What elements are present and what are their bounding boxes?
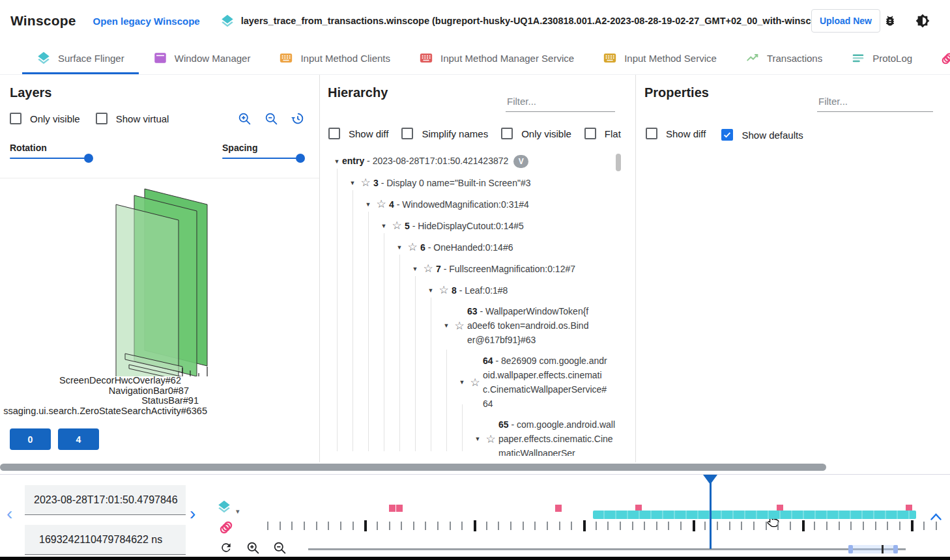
previous-entry-button[interactable]: ‹ <box>7 507 12 520</box>
transition-marker[interactable] <box>389 505 396 512</box>
layer-id-button-0[interactable]: 0 <box>10 428 51 450</box>
tab-tra[interactable]: Tra <box>927 42 950 74</box>
rotation-slider-thumb[interactable] <box>84 154 93 163</box>
timestamp-ns-input[interactable]: 1693242110479784622 ns <box>25 525 186 555</box>
checkbox-show-defaults[interactable] <box>721 129 733 141</box>
transition-marker[interactable] <box>396 505 403 512</box>
collapse-arrow-icon[interactable]: ▼ <box>441 322 452 329</box>
ruler-tick-major <box>802 520 805 531</box>
zoom-in-icon[interactable] <box>237 111 252 126</box>
ruler-tick <box>571 522 572 530</box>
zoom-out-icon[interactable] <box>264 111 278 126</box>
pin-star-icon[interactable]: ☆ <box>358 176 373 189</box>
layers-trace-bar[interactable] <box>593 511 916 519</box>
pin-star-icon[interactable]: ☆ <box>420 262 436 275</box>
checkbox-label: Only visible <box>521 128 571 139</box>
collapse-arrow-icon[interactable]: ▼ <box>394 244 405 251</box>
checkbox-only-visible[interactable] <box>10 113 22 124</box>
refresh-icon[interactable] <box>219 540 233 555</box>
hierarchy-panel: Hierarchy Show diffSimplify namesOnly vi… <box>319 75 635 462</box>
spacing-slider[interactable] <box>222 158 300 159</box>
pin-star-icon[interactable]: ☆ <box>405 240 420 254</box>
tab-input-method-clients[interactable]: Input Method Clients <box>265 42 405 74</box>
ruler-tick <box>717 522 718 530</box>
checkbox-show-diff[interactable] <box>328 128 340 139</box>
tree-row-7[interactable]: ▼☆7 - FullscreenMagnification:0:12#7 <box>326 258 620 279</box>
tab-window-manager[interactable]: Window Manager <box>139 42 265 74</box>
tree-row-6[interactable]: ▼☆6 - OneHanded:0:14#6 <box>326 236 620 258</box>
checkbox-simplify-names[interactable] <box>401 128 413 139</box>
ruler-tick <box>644 522 645 530</box>
collapse-arrow-icon[interactable]: ▼ <box>410 266 420 272</box>
bug-report-icon[interactable] <box>882 13 898 29</box>
collapse-arrow-icon[interactable]: ▼ <box>472 436 483 442</box>
playhead-handle[interactable] <box>703 475 717 484</box>
chevron-down-icon[interactable]: ▾ <box>236 507 240 516</box>
pin-star-icon[interactable]: ☆ <box>373 197 389 211</box>
checkbox-row-show-defaults: Show defaults <box>721 129 803 141</box>
collapse-arrow-icon[interactable]: ▼ <box>425 287 436 294</box>
upload-new-button[interactable]: Upload New <box>811 9 880 33</box>
tab-transactions[interactable]: Transactions <box>731 42 837 74</box>
layers-3d-view[interactable] <box>0 178 319 376</box>
ruler-tick <box>280 522 281 530</box>
tree-row-8[interactable]: ▼☆8 - Leaf:0:1#8 <box>326 279 620 301</box>
ruler-tick-major <box>693 520 695 531</box>
rotation-slider-block: Rotation <box>10 143 89 159</box>
horizontal-scrollbar[interactable] <box>0 464 826 471</box>
timeline-scroll-track[interactable] <box>308 548 906 550</box>
collapse-arrow-icon[interactable]: ▼ <box>457 379 467 385</box>
checkbox-flat[interactable] <box>584 128 596 139</box>
tree-row-65[interactable]: ▼☆65 - com.google.android.wallpaper.effe… <box>326 414 620 456</box>
pin-star-icon[interactable]: ☆ <box>452 319 467 333</box>
tab-surface-flinger[interactable]: Surface Flinger <box>22 42 139 74</box>
checkbox-show-diff[interactable] <box>646 128 657 139</box>
ruler-tick <box>826 522 828 530</box>
tab-input-method-service[interactable]: Input Method Service <box>588 42 731 74</box>
hierarchy-filter-input[interactable] <box>506 93 615 112</box>
playhead-line[interactable] <box>710 475 712 549</box>
collapse-arrow-icon[interactable]: ▼ <box>379 223 389 229</box>
lines-icon <box>851 51 865 65</box>
tree-row-3[interactable]: ▼☆3 - Display 0 name="Built-in Screen"#3 <box>326 172 620 193</box>
pin-star-icon[interactable]: ☆ <box>389 219 405 232</box>
range-handle-left[interactable] <box>848 545 853 553</box>
tab-input-method-manager-service[interactable]: Input Method Manager Service <box>405 42 588 74</box>
tree-row-64[interactable]: ▼☆64 - 8e26909 com.google.android.wallpa… <box>326 350 620 414</box>
pin-star-icon[interactable]: ☆ <box>436 283 452 297</box>
checkbox-show-virtual[interactable] <box>96 113 108 124</box>
ruler-tick <box>413 522 414 530</box>
spacing-slider-block: Spacing <box>222 143 300 159</box>
tab-protolog[interactable]: ProtoLog <box>837 42 927 74</box>
visibility-badge: V <box>513 155 528 168</box>
properties-panel-title: Properties <box>644 85 709 100</box>
tree-row-entry[interactable]: ▼entry - 2023-08-28T17:01:50.421423872V <box>326 150 620 172</box>
reset-view-icon[interactable] <box>291 111 305 126</box>
checkbox-only-visible[interactable] <box>501 128 513 139</box>
tree-row-63[interactable]: ▼☆63 - WallpaperWindowToken{fa0eef6 toke… <box>326 301 620 350</box>
collapse-arrow-icon[interactable]: ▼ <box>363 201 373 208</box>
pin-star-icon[interactable]: ☆ <box>483 432 498 446</box>
spacing-slider-thumb[interactable] <box>296 154 305 163</box>
dark-mode-icon[interactable] <box>915 13 930 29</box>
indent-guide <box>368 212 369 451</box>
tree-row-4[interactable]: ▼☆4 - WindowedMagnification:0:31#4 <box>326 193 620 215</box>
pin-star-icon[interactable]: ☆ <box>467 376 483 389</box>
tree-row-5[interactable]: ▼☆5 - HideDisplayCutout:0:14#5 <box>326 215 620 236</box>
layer-label: NavigationBar0#87 <box>0 386 207 397</box>
timeline-zoom-in-icon[interactable] <box>246 540 260 555</box>
collapse-arrow-icon[interactable]: ▼ <box>347 180 358 186</box>
layer-id-button-4[interactable]: 4 <box>58 428 99 450</box>
timeline-zoom-range[interactable] <box>848 545 898 553</box>
open-legacy-link[interactable]: Open legacy Winscope <box>93 16 200 27</box>
transition-marker[interactable] <box>555 505 562 512</box>
timeline-zoom-out-icon[interactable] <box>272 540 287 555</box>
rotation-slider[interactable] <box>10 158 89 159</box>
hierarchy-scrollbar[interactable] <box>616 154 621 171</box>
properties-filter-input[interactable] <box>817 93 933 112</box>
range-handle-right[interactable] <box>893 545 898 553</box>
collapse-arrow-icon[interactable]: ▼ <box>332 158 342 165</box>
timestamp-input[interactable]: 2023-08-28T17:01:50.4797846 <box>25 485 186 515</box>
ruler-tick <box>461 522 463 530</box>
next-entry-button[interactable]: › <box>190 507 195 520</box>
